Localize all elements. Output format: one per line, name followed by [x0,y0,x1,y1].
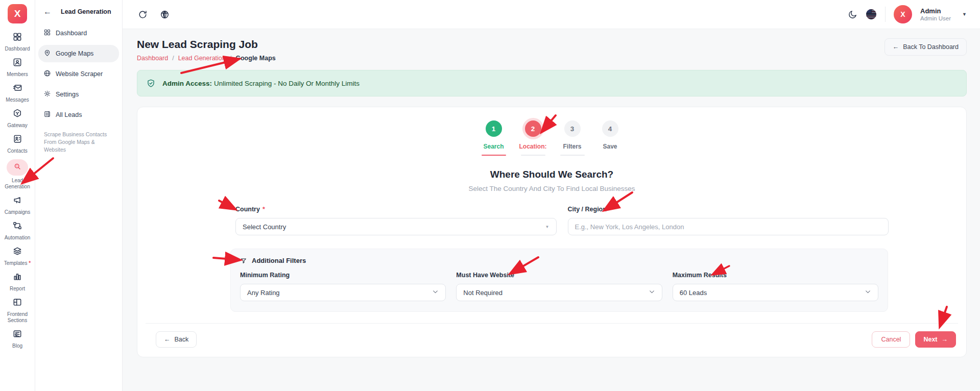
refresh-icon[interactable] [138,10,148,19]
funnel-icon [240,257,247,264]
sidebar-item-all-leads[interactable]: All Leads [38,106,119,124]
banner-text: Admin Access:Unlimited Scraping - No Dai… [162,80,360,87]
app-root: X Dashboard Members Messages Gateway Con… [0,0,980,391]
minimum-rating-select[interactable]: Any Rating [240,284,446,301]
form-subheading: Select The Country And City To Find Loca… [137,185,966,192]
breadcrumb-dashboard[interactable]: Dashboard [137,55,168,62]
lead-generation-sidebar: ← Lead Generation Dashboard Google Maps … [35,0,123,391]
rail-item-messages[interactable]: Messages [1,83,34,103]
breadcrumb-lead-generation[interactable]: Lead Generation [178,55,226,62]
sidebar-item-google-maps[interactable]: Google Maps [38,45,119,62]
cancel-button[interactable]: Cancel [872,331,910,348]
leads-list-icon [43,110,51,119]
additional-filters-heading: Additional Filters [240,257,878,264]
maximum-results-select[interactable]: 60 Leads [673,284,878,301]
logo-letter: X [14,8,21,19]
rail-item-label: Report [10,286,25,292]
scraping-job-card: 1 Search 2 Location: 3 Filters [137,107,967,357]
envelope-icon [12,83,22,95]
breadcrumb: Dashboard / Lead Generation / Google Map… [137,55,276,62]
chevron-down-icon [649,288,655,297]
step-location[interactable]: 2 Location: [519,120,547,156]
rail-item-frontend-sections[interactable]: Frontend Sections [1,297,34,324]
back-arrow-icon: ← [164,336,171,343]
required-star: * [29,260,31,266]
sidebar-title: Lead Generation [61,8,111,15]
page-content: New Lead Scraping Job Dashboard / Lead G… [123,29,980,391]
rail-item-label: Blog [12,343,22,349]
rail-item-dashboard[interactable]: Dashboard [1,32,34,52]
rail-item-label: Lead Generation [1,178,34,190]
country-select[interactable]: Select Country ▼ [235,218,557,235]
required-star: * [609,206,612,213]
sidebar-item-dashboard[interactable]: Dashboard [38,25,119,42]
sidebar-footnote: Scrape Business Contacts From Google Map… [35,127,122,154]
rail-item-templates[interactable]: Templates * [1,246,34,266]
step-underline [521,155,545,156]
rail-item-label: Contacts [7,148,27,154]
members-icon [12,57,22,69]
sidebar-collapse-icon[interactable]: ← [43,7,52,16]
chevron-down-icon [432,288,439,297]
next-button[interactable]: Next → [915,331,956,348]
language-us-flag-icon[interactable] [866,9,877,20]
rail-item-label: Gateway [7,123,27,129]
rail-item-report[interactable]: Report [1,272,34,292]
step-save[interactable]: 4 Save [598,120,623,156]
rail-item-gateway[interactable]: Gateway [1,108,34,129]
megaphone-icon [12,195,22,207]
admin-access-banner: Admin Access:Unlimited Scraping - No Dai… [137,70,967,96]
dashboard-grid-icon [12,32,22,44]
city-region-input[interactable]: E.g., New York, Los Angeles, London [568,218,889,235]
app-logo[interactable]: X [8,4,27,23]
user-avatar[interactable]: X [894,5,912,23]
topbar: X Admin Admin User ▼ [123,0,980,29]
lead-search-icon [7,159,28,176]
step-underline [482,155,506,156]
step-search[interactable]: 1 Search [482,120,506,156]
user-name: Admin [920,7,951,15]
layout-window-icon [12,297,22,309]
shield-check-icon [146,79,156,88]
sidebar-item-website-scraper[interactable]: Website Scraper [38,65,119,83]
sidebar-item-settings[interactable]: Settings [38,86,119,103]
gateway-hexagon-icon [12,108,22,120]
form-heading: Where Should We Search? [137,169,966,180]
user-menu-caret-icon[interactable]: ▼ [962,12,967,17]
dark-mode-moon-icon[interactable] [848,10,857,19]
automation-nodes-icon [12,221,22,233]
breadcrumb-google-maps: Google Maps [235,55,275,62]
user-role: Admin User [920,15,951,21]
sidebar-item-label: All Leads [56,111,82,118]
rail-item-lead-generation[interactable]: Lead Generation [1,159,34,190]
blog-article-icon [12,329,22,341]
must-have-website-label: Must Have Website [456,272,662,279]
sidebar-item-label: Google Maps [56,50,93,57]
rail-item-label: Frontend Sections [1,311,34,324]
rail-item-contacts[interactable]: Contacts [1,134,34,154]
rail-item-label: Messages [6,97,29,103]
rail-item-label: Automation [5,235,31,241]
layers-icon [12,246,22,258]
bar-chart-icon [12,272,22,284]
rail-item-blog[interactable]: Blog [1,329,34,349]
step-filters[interactable]: 3 Filters [560,120,585,156]
minimum-rating-label: Minimum Rating [240,272,446,279]
rail-item-label: Campaigns [5,209,31,215]
contacts-book-icon [12,134,22,146]
page-title: New Lead Scraping Job [137,38,276,51]
rail-item-campaigns[interactable]: Campaigns [1,195,34,215]
must-have-website-select[interactable]: Not Required [456,284,662,301]
sidebar-item-label: Dashboard [56,30,87,37]
rail-item-members[interactable]: Members [1,57,34,78]
back-button[interactable]: ← Back [156,331,197,348]
user-info[interactable]: Admin Admin User [920,7,951,21]
rail-item-label: Templates * [4,260,31,266]
rail-item-label: Dashboard [5,46,30,52]
globe-clear-cache-icon[interactable] [160,10,170,19]
back-to-dashboard-button[interactable]: ← Back To Dashboard [885,38,967,56]
step-underline [598,155,623,156]
sidebar-item-label: Settings [56,91,79,98]
rail-item-automation[interactable]: Automation [1,221,34,241]
rail-item-label: Members [7,71,28,78]
